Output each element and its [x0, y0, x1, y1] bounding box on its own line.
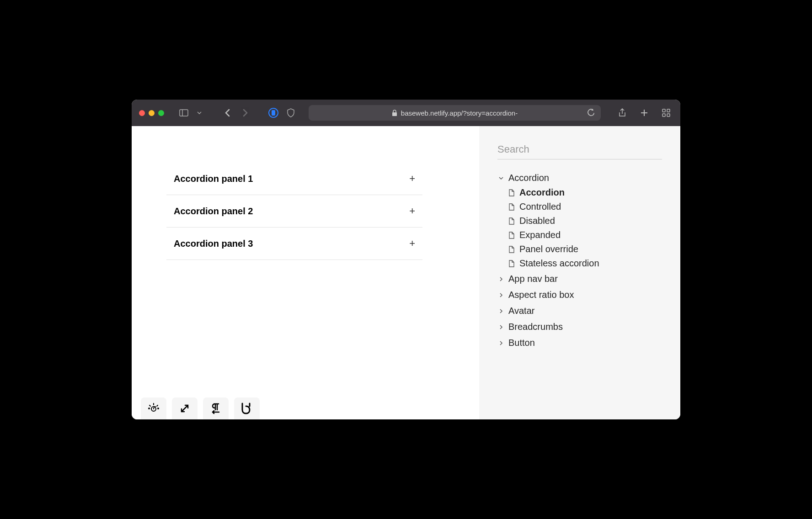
tree-item-label: Expanded: [519, 230, 561, 240]
tree-item-controlled[interactable]: Controlled: [508, 200, 662, 214]
tab-overview-button[interactable]: [659, 106, 673, 120]
accordion-header[interactable]: Accordion panel 3 +: [166, 228, 422, 260]
story-tree: Accordion Accordion Controlled: [497, 170, 662, 350]
rtl-toggle-button[interactable]: [203, 397, 229, 419]
share-button[interactable]: [615, 106, 629, 120]
fullscreen-button[interactable]: [172, 397, 198, 419]
tree-group-label: Aspect ratio box: [508, 290, 574, 300]
main-panel: Accordion panel 1 + Accordion panel 2 + …: [132, 126, 479, 419]
accordion-header[interactable]: Accordion panel 2 +: [166, 195, 422, 227]
tree-group-label: Button: [508, 338, 535, 348]
sidebar-toggle-button[interactable]: [177, 106, 191, 120]
file-icon: [508, 203, 515, 211]
content-area: Accordion panel 1 + Accordion panel 2 + …: [132, 126, 680, 419]
svg-rect-6: [667, 114, 670, 117]
chevron-right-icon: [497, 275, 505, 283]
address-bar[interactable]: baseweb.netlify.app/?story=accordion-: [309, 105, 601, 121]
svg-rect-2: [392, 112, 397, 116]
maximize-window-button[interactable]: [158, 110, 164, 116]
right-chrome: [615, 106, 673, 120]
chevron-down-icon: [497, 175, 505, 182]
tree-item-accordion[interactable]: Accordion: [508, 185, 662, 200]
accordion: Accordion panel 1 + Accordion panel 2 + …: [166, 163, 422, 260]
chevron-right-icon: [497, 307, 505, 315]
url-text: baseweb.netlify.app/?story=accordion-: [401, 109, 518, 117]
tree-group-header[interactable]: Avatar: [497, 303, 662, 318]
baseweb-logo-icon[interactable]: [234, 397, 260, 419]
bottom-toolbar: [141, 397, 260, 419]
lock-icon: [392, 110, 397, 116]
tree-group-label: App nav bar: [508, 274, 558, 284]
accordion-header[interactable]: Accordion panel 1 +: [166, 163, 422, 195]
tree-group-header[interactable]: App nav bar: [497, 271, 662, 286]
new-tab-button[interactable]: [637, 106, 651, 120]
tree-group-breadcrumbs: Breadcrumbs: [497, 319, 662, 334]
tree-item-label: Accordion: [519, 187, 565, 198]
accordion-title: Accordion panel 3: [174, 238, 253, 249]
svg-rect-4: [667, 109, 670, 112]
back-button[interactable]: [221, 106, 235, 120]
tree-item-expanded[interactable]: Expanded: [508, 228, 662, 242]
close-window-button[interactable]: [139, 110, 145, 116]
tree-group-accordion: Accordion Accordion Controlled: [497, 170, 662, 270]
sidebar-panel: Accordion Accordion Controlled: [479, 126, 680, 419]
search-input[interactable]: [497, 140, 662, 159]
tree-group-label: Avatar: [508, 306, 534, 316]
svg-rect-3: [662, 109, 665, 112]
tree-group-avatar: Avatar: [497, 303, 662, 318]
tree-item-label: Stateless accordion: [519, 258, 599, 269]
plus-icon: +: [409, 173, 415, 185]
tree-items: Accordion Controlled Disabled Expan: [497, 185, 662, 270]
tree-item-label: Panel override: [519, 244, 578, 254]
chevron-right-icon: [497, 323, 505, 331]
accordion-title: Accordion panel 2: [174, 206, 253, 217]
accordion-item: Accordion panel 1 +: [166, 163, 422, 195]
file-icon: [508, 260, 515, 267]
privacy-shield-icon[interactable]: [284, 106, 298, 120]
minimize-window-button[interactable]: [149, 110, 155, 116]
tree-group-header[interactable]: Button: [497, 335, 662, 350]
theme-toggle-button[interactable]: [141, 397, 166, 419]
accordion-item: Accordion panel 3 +: [166, 228, 422, 260]
chevron-right-icon: [497, 339, 505, 347]
file-icon: [508, 189, 515, 196]
plus-icon: +: [409, 205, 415, 217]
tree-group-header[interactable]: Aspect ratio box: [497, 287, 662, 302]
reload-button[interactable]: [587, 109, 594, 117]
nav-arrows: [221, 106, 252, 120]
svg-point-9: [158, 408, 159, 409]
tree-item-stateless-accordion[interactable]: Stateless accordion: [508, 256, 662, 270]
file-icon: [508, 246, 515, 253]
tree-group-header[interactable]: Breadcrumbs: [497, 319, 662, 334]
plus-icon: +: [409, 238, 415, 249]
forward-button[interactable]: [238, 106, 252, 120]
file-icon: [508, 232, 515, 239]
tree-group-app-nav-bar: App nav bar: [497, 271, 662, 286]
tree-group-aspect-ratio-box: Aspect ratio box: [497, 287, 662, 302]
svg-rect-0: [180, 110, 188, 116]
accordion-item: Accordion panel 2 +: [166, 195, 422, 228]
file-icon: [508, 217, 515, 225]
tree-item-label: Disabled: [519, 216, 555, 226]
tree-group-label: Breadcrumbs: [508, 322, 563, 332]
tree-group-button: Button: [497, 335, 662, 350]
extension-icons: [267, 106, 298, 120]
tree-item-label: Controlled: [519, 201, 561, 212]
tree-group-header[interactable]: Accordion: [497, 170, 662, 185]
browser-chrome: baseweb.netlify.app/?story=accordion-: [132, 100, 680, 126]
chevron-right-icon: [497, 291, 505, 299]
svg-point-8: [149, 408, 150, 409]
tree-group-label: Accordion: [508, 173, 549, 183]
svg-rect-5: [662, 114, 665, 117]
tree-item-disabled[interactable]: Disabled: [508, 214, 662, 228]
browser-window: baseweb.netlify.app/?story=accordion-: [132, 100, 680, 419]
sidebar-toggle-group: [177, 106, 206, 120]
tree-item-panel-override[interactable]: Panel override: [508, 242, 662, 256]
traffic-lights: [139, 110, 164, 116]
accordion-title: Accordion panel 1: [174, 174, 253, 184]
onepassword-icon[interactable]: [267, 106, 280, 120]
sidebar-dropdown-button[interactable]: [192, 106, 206, 120]
